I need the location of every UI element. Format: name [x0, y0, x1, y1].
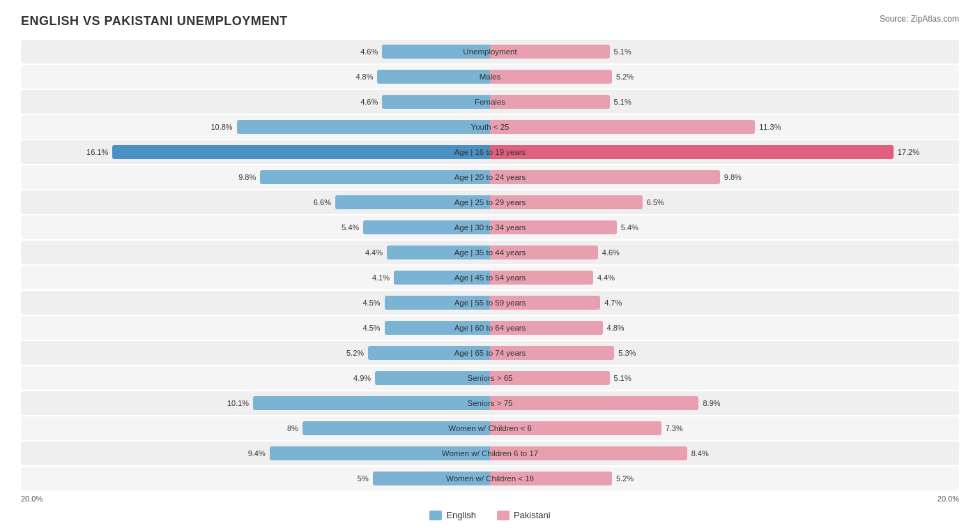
left-section: 4.4%: [21, 241, 490, 264]
bar-pakistani: [490, 145, 894, 159]
x-axis: 20.0% 20.0%: [21, 495, 959, 503]
row-inner: 4.8% 5.2% Males: [21, 65, 959, 89]
bar-english: [387, 246, 490, 259]
bar-english: [394, 271, 490, 285]
right-section: 4.8%: [490, 316, 959, 340]
chart-row: 4.5% 4.7% Age | 55 to 59 years: [21, 291, 959, 315]
row-inner: 10.8% 11.3% Youth < 25: [21, 115, 959, 139]
chart-row: 4.6% 5.1% Unemployment: [21, 40, 959, 63]
bar-pakistani: [490, 195, 643, 209]
left-section: 10.1%: [21, 391, 490, 415]
value-english: 5.2%: [346, 349, 364, 357]
chart-row: 10.1% 8.9% Seniors > 75: [21, 391, 959, 415]
chart-row: 5% 5.2% Women w/ Children < 18: [21, 467, 959, 490]
bar-pakistani: [490, 95, 610, 109]
bar-pakistani: [490, 170, 720, 184]
chart-title: ENGLISH VS PAKISTANI UNEMPLOYMENT: [21, 14, 288, 29]
chart-row: 5.4% 5.4% Age | 30 to 34 years: [21, 216, 959, 239]
bar-pakistani: [490, 220, 617, 234]
bar-english: [373, 472, 490, 485]
value-english: 4.6%: [360, 47, 378, 56]
bar-english: [377, 70, 490, 84]
value-english: 4.9%: [353, 374, 371, 382]
bar-english: [270, 446, 490, 460]
bar-pakistani: [490, 472, 612, 485]
value-english: 8%: [287, 424, 298, 432]
left-section: 10.8%: [21, 115, 490, 139]
right-section: 6.5%: [490, 190, 959, 214]
bar-english: [237, 120, 490, 134]
bar-pakistani: [490, 321, 603, 335]
row-inner: 9.4% 8.4% Women w/ Children 6 to 17: [21, 442, 959, 465]
left-section: 4.5%: [21, 316, 490, 340]
bar-english: [253, 396, 490, 410]
right-section: 7.3%: [490, 416, 959, 440]
bar-english: [375, 371, 490, 385]
value-pakistani: 5.1%: [614, 47, 631, 56]
bar-english: [363, 220, 490, 234]
value-pakistani: 5.3%: [618, 349, 636, 357]
right-section: 9.8%: [490, 165, 959, 189]
bar-english: [382, 95, 490, 109]
left-section: 9.4%: [21, 442, 490, 465]
row-inner: 16.1% 17.2% Age | 16 to 19 years: [21, 140, 959, 164]
row-inner: 5.2% 5.3% Age | 65 to 74 years: [21, 341, 959, 365]
value-pakistani: 17.2%: [898, 148, 919, 156]
bar-pakistani: [490, 346, 614, 360]
x-axis-right: 20.0%: [937, 495, 959, 503]
value-english: 4.8%: [355, 73, 373, 81]
chart-row: 4.5% 4.8% Age | 60 to 64 years: [21, 316, 959, 340]
bar-english: [368, 346, 490, 360]
value-english: 4.5%: [363, 299, 381, 307]
right-section: 11.3%: [490, 115, 959, 139]
right-section: 5.2%: [490, 467, 959, 490]
value-pakistani: 8.4%: [691, 449, 709, 458]
bar-english: [112, 145, 490, 159]
legend-pakistani: Pakistani: [497, 510, 551, 520]
left-section: 5.2%: [21, 341, 490, 365]
right-section: 5.2%: [490, 65, 959, 89]
row-inner: 8% 7.3% Women w/ Children < 6: [21, 416, 959, 440]
right-section: 8.9%: [490, 391, 959, 415]
value-pakistani: 9.8%: [724, 173, 742, 181]
left-section: 4.1%: [21, 266, 490, 289]
right-section: 5.3%: [490, 341, 959, 365]
bar-english: [385, 296, 490, 310]
chart-container: ENGLISH VS PAKISTANI UNEMPLOYMENT Source…: [0, 0, 980, 528]
value-pakistani: 7.3%: [666, 424, 683, 432]
legend-pakistani-color: [497, 511, 510, 520]
left-section: 4.5%: [21, 291, 490, 315]
bar-english: [303, 421, 490, 435]
value-pakistani: 5.2%: [616, 73, 634, 81]
left-section: 4.6%: [21, 40, 490, 63]
value-pakistani: 4.4%: [597, 273, 615, 282]
bar-pakistani: [490, 120, 755, 134]
bar-english: [385, 321, 490, 335]
bar-pakistani: [490, 421, 661, 435]
left-section: 5.4%: [21, 216, 490, 239]
row-inner: 4.1% 4.4% Age | 45 to 54 years: [21, 266, 959, 289]
row-inner: 4.4% 4.6% Age | 35 to 44 years: [21, 241, 959, 264]
value-pakistani: 4.7%: [604, 299, 622, 307]
left-section: 9.8%: [21, 165, 490, 189]
row-inner: 4.6% 5.1% Females: [21, 90, 959, 114]
left-section: 4.6%: [21, 90, 490, 114]
value-english: 6.6%: [314, 198, 331, 206]
right-section: 5.4%: [490, 216, 959, 239]
bar-pakistani: [490, 70, 612, 84]
legend-english-label: English: [446, 510, 476, 520]
value-english: 5.4%: [342, 223, 359, 232]
left-section: 4.9%: [21, 366, 490, 390]
value-pakistani: 4.8%: [607, 324, 625, 332]
legend-english-color: [429, 511, 442, 520]
row-inner: 5% 5.2% Women w/ Children < 18: [21, 467, 959, 490]
value-pakistani: 5.4%: [621, 223, 638, 232]
row-inner: 10.1% 8.9% Seniors > 75: [21, 391, 959, 415]
bar-english: [335, 195, 490, 209]
chart-source: Source: ZipAtlas.com: [880, 14, 959, 24]
right-section: 4.6%: [490, 241, 959, 264]
left-section: 6.6%: [21, 190, 490, 214]
bar-pakistani: [490, 446, 687, 460]
value-pakistani: 5.1%: [614, 374, 631, 382]
bar-pakistani: [490, 396, 698, 410]
